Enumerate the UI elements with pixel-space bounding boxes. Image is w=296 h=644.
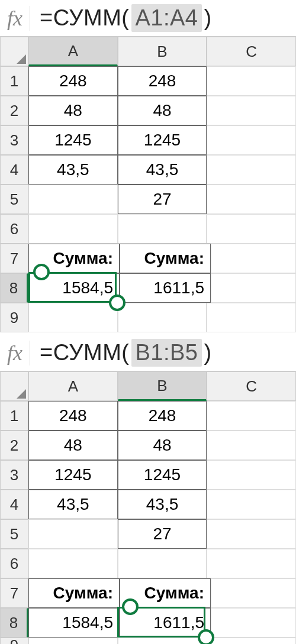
- cell-B2[interactable]: 48: [118, 96, 207, 125]
- cell-C8[interactable]: [211, 273, 296, 303]
- cell-B7[interactable]: Сумма:: [120, 244, 211, 273]
- formula-range: B1:B5: [131, 339, 201, 367]
- cell-B9[interactable]: [118, 637, 207, 644]
- row-header-5[interactable]: 5: [0, 185, 28, 214]
- row-header-3[interactable]: 3: [0, 460, 28, 490]
- formula-suffix: ): [204, 340, 212, 365]
- row-header-6[interactable]: 6: [0, 549, 28, 578]
- bottom-spreadsheet-section: fx =СУММ( B1:B5 ) A B C 1 248 248 2 48 4…: [0, 335, 296, 644]
- cell-C9[interactable]: [207, 303, 296, 332]
- cell-B6[interactable]: [118, 549, 207, 578]
- col-header-C[interactable]: C: [207, 37, 296, 66]
- spreadsheet-grid: A B C 1 248 248 2 48 48 3 1245 1245 4 43…: [0, 37, 296, 332]
- col-header-A[interactable]: A: [28, 371, 118, 401]
- selection-handle-bottom-right[interactable]: [109, 295, 126, 311]
- cell-A1[interactable]: 248: [28, 401, 118, 431]
- formula-input[interactable]: =СУММ( A1:A4 ): [40, 4, 212, 32]
- cell-A2[interactable]: 48: [28, 96, 118, 125]
- cell-C4[interactable]: [207, 155, 296, 185]
- cell-A3[interactable]: 1245: [28, 460, 118, 490]
- cell-C2[interactable]: [207, 431, 296, 460]
- row-header-8[interactable]: 8: [0, 273, 28, 303]
- cell-A6[interactable]: [28, 214, 118, 244]
- cell-A4[interactable]: 43,5: [28, 490, 118, 519]
- selection-handle-top-left[interactable]: [122, 598, 139, 615]
- cell-A5[interactable]: [28, 185, 118, 214]
- formula-suffix: ): [204, 5, 212, 31]
- formula-input[interactable]: =СУММ( B1:B5 ): [40, 339, 212, 367]
- cell-C4[interactable]: [207, 490, 296, 519]
- cell-C6[interactable]: [207, 214, 296, 244]
- cell-B4[interactable]: 43,5: [118, 490, 207, 519]
- cell-A4[interactable]: 43,5: [28, 155, 118, 185]
- cell-A9[interactable]: [28, 637, 118, 644]
- cell-C9[interactable]: [207, 637, 296, 644]
- fx-icon[interactable]: fx: [5, 341, 30, 365]
- select-all-corner[interactable]: [0, 37, 28, 66]
- corner-triangle-icon: [17, 54, 26, 64]
- cell-A8[interactable]: 1584,5: [28, 608, 120, 637]
- cell-A5[interactable]: [28, 519, 118, 549]
- formula-bar: fx =СУММ( B1:B5 ): [0, 335, 296, 371]
- cell-C1[interactable]: [207, 401, 296, 431]
- row-header-2[interactable]: 2: [0, 431, 28, 460]
- cell-A2[interactable]: 48: [28, 431, 118, 460]
- cell-B1[interactable]: 248: [118, 401, 207, 431]
- row-header-7[interactable]: 7: [0, 244, 28, 273]
- select-all-corner[interactable]: [0, 371, 28, 401]
- cell-B3[interactable]: 1245: [118, 460, 207, 490]
- col-header-C[interactable]: C: [207, 371, 296, 401]
- row-header-1[interactable]: 1: [0, 66, 28, 96]
- selection-handle-bottom-right[interactable]: [198, 629, 214, 644]
- column-headers-row: A B C: [0, 371, 296, 401]
- formula-bar: fx =СУММ( A1:A4 ): [0, 0, 296, 37]
- column-headers-row: A B C: [0, 37, 296, 66]
- cell-A7[interactable]: Сумма:: [28, 578, 120, 608]
- row-header-1[interactable]: 1: [0, 401, 28, 431]
- col-header-B[interactable]: B: [118, 371, 207, 401]
- cell-C2[interactable]: [207, 96, 296, 125]
- cell-C3[interactable]: [207, 125, 296, 155]
- spreadsheet-grid: A B C 1 248 248 2 48 48 3 1245 1245 4 43…: [0, 371, 296, 644]
- cell-C5[interactable]: [207, 519, 296, 549]
- cell-C1[interactable]: [207, 66, 296, 96]
- cell-C3[interactable]: [207, 460, 296, 490]
- cell-C5[interactable]: [207, 185, 296, 214]
- row-header-8[interactable]: 8: [0, 608, 28, 637]
- cell-C7[interactable]: [211, 578, 296, 608]
- formula-prefix: =СУММ(: [40, 5, 129, 31]
- cell-A6[interactable]: [28, 549, 118, 578]
- col-header-A[interactable]: A: [28, 37, 118, 66]
- cell-A9[interactable]: [28, 303, 118, 332]
- row-header-3[interactable]: 3: [0, 125, 28, 155]
- cell-B2[interactable]: 48: [118, 431, 207, 460]
- corner-triangle-icon: [17, 389, 26, 399]
- fx-icon[interactable]: fx: [5, 6, 30, 31]
- cell-C8[interactable]: [211, 608, 296, 637]
- cell-B1[interactable]: 248: [118, 66, 207, 96]
- cell-B5[interactable]: 27: [118, 519, 207, 549]
- selection-handle-top-left[interactable]: [33, 264, 50, 280]
- top-spreadsheet-section: fx =СУММ( A1:A4 ) A B C 1 248 248 2 48 4…: [0, 0, 296, 332]
- row-header-6[interactable]: 6: [0, 214, 28, 244]
- col-header-B[interactable]: B: [118, 37, 207, 66]
- row-header-5[interactable]: 5: [0, 519, 28, 549]
- cell-B9[interactable]: [118, 303, 207, 332]
- row-header-7[interactable]: 7: [0, 578, 28, 608]
- cell-B5[interactable]: 27: [118, 185, 207, 214]
- cell-A1[interactable]: 248: [28, 66, 118, 96]
- row-header-4[interactable]: 4: [0, 155, 28, 185]
- row-header-2[interactable]: 2: [0, 96, 28, 125]
- cell-B8[interactable]: 1611,5: [120, 273, 211, 303]
- formula-range: A1:A4: [131, 4, 201, 32]
- row-header-4[interactable]: 4: [0, 490, 28, 519]
- cell-C6[interactable]: [207, 549, 296, 578]
- row-header-9[interactable]: 9: [0, 637, 28, 644]
- cell-A3[interactable]: 1245: [28, 125, 118, 155]
- cell-B4[interactable]: 43,5: [118, 155, 207, 185]
- row-header-9[interactable]: 9: [0, 303, 28, 332]
- cell-B6[interactable]: [118, 214, 207, 244]
- cell-C7[interactable]: [211, 244, 296, 273]
- cell-B3[interactable]: 1245: [118, 125, 207, 155]
- formula-prefix: =СУММ(: [40, 340, 129, 365]
